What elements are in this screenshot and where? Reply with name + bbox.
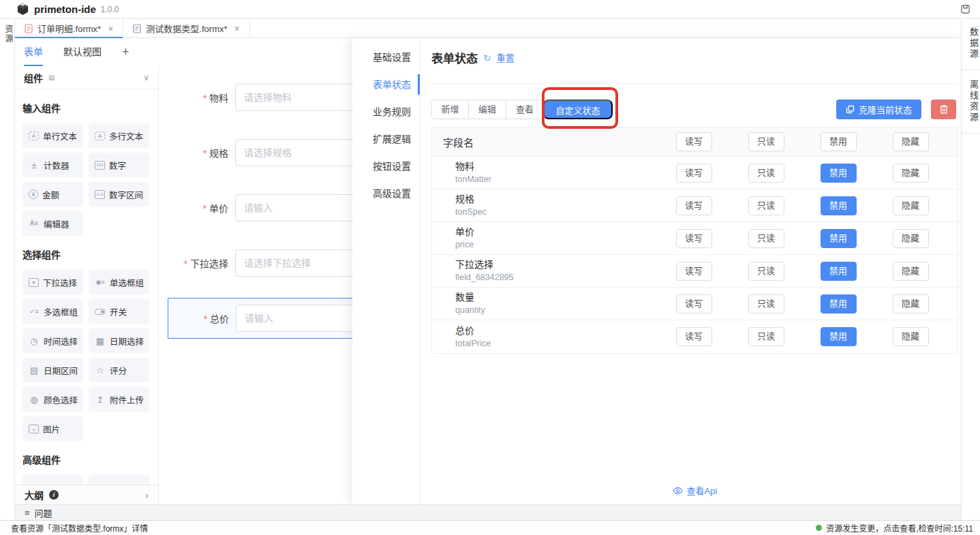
- settings-nav-advanced[interactable]: 高级设置: [352, 180, 420, 207]
- column-set-disabled-button[interactable]: 禁用: [821, 132, 857, 151]
- component-tile-number-range[interactable]: 1~3数字区间: [89, 182, 149, 207]
- column-set-hidden-button[interactable]: 隐藏: [893, 132, 929, 151]
- state-hidden-button[interactable]: 隐藏: [893, 327, 929, 346]
- chevron-down-icon[interactable]: ∨: [143, 73, 149, 82]
- state-hidden-button[interactable]: 隐藏: [893, 294, 929, 314]
- editor-tab-order-detail[interactable]: 订单明细.formx* ×: [15, 19, 123, 37]
- multi-line-text-icon: A: [95, 132, 105, 140]
- save-icon[interactable]: [960, 4, 970, 14]
- form-canvas: 物料 规格 单价 下拉选择 总价: [159, 66, 352, 504]
- component-tile-checkbox-group[interactable]: ✓≡多选框组: [22, 299, 83, 324]
- state-readonly-button[interactable]: 只读: [748, 229, 784, 248]
- state-readonly-button[interactable]: 只读: [748, 164, 784, 183]
- settings-nav-basic[interactable]: 基础设置: [352, 44, 420, 71]
- date-range-icon: ▤: [29, 366, 40, 375]
- settings-nav-button-settings[interactable]: 按钮设置: [352, 153, 420, 180]
- component-tile-number[interactable]: 123数字: [89, 153, 149, 177]
- view-api-link[interactable]: 查看Api: [431, 484, 958, 497]
- settings-nav-form-state[interactable]: 表单状态: [352, 71, 420, 98]
- state-disabled-button[interactable]: 禁用: [821, 164, 857, 183]
- dropdown-select-input[interactable]: [235, 249, 352, 277]
- table-row: 单价price 读写 只读 禁用 隐藏: [432, 222, 958, 255]
- state-readwrite-button[interactable]: 读写: [676, 164, 712, 183]
- grid-view-icon[interactable]: ▤: [48, 74, 55, 81]
- state-hidden-button[interactable]: 隐藏: [893, 229, 929, 248]
- component-tile-radio-group[interactable]: ◉≡单选框组: [89, 270, 149, 294]
- view-tab-default-view[interactable]: 默认视图: [63, 38, 102, 66]
- editor-tab-test-datatype[interactable]: 测试数据类型.formx* ×: [123, 19, 249, 37]
- canvas-field-spec[interactable]: 规格: [159, 139, 352, 166]
- price-input[interactable]: [235, 194, 352, 221]
- reset-link[interactable]: 重置: [497, 51, 515, 64]
- component-tile-currency[interactable]: ¥金额: [22, 182, 83, 207]
- canvas-field-dropdown[interactable]: 下拉选择: [159, 249, 352, 277]
- selected-field-total-price[interactable]: 总价: [168, 298, 352, 339]
- component-tile-upload[interactable]: ↥附件上传: [89, 387, 149, 412]
- state-readonly-button[interactable]: 只读: [748, 294, 784, 314]
- state-hidden-button[interactable]: 隐藏: [893, 196, 929, 215]
- component-tile-partial[interactable]: [22, 475, 83, 485]
- settings-nav-extension-logic[interactable]: 扩展逻辑: [352, 125, 420, 153]
- state-readwrite-button[interactable]: 读写: [676, 196, 712, 215]
- component-tile-multi-line-text[interactable]: A多行文本: [89, 123, 149, 148]
- column-set-readwrite-button[interactable]: 读写: [676, 132, 712, 151]
- component-tile-time-picker[interactable]: ◷时间选择: [22, 328, 83, 353]
- view-tab-form[interactable]: 表单: [24, 38, 43, 66]
- rail-tab-offline-resources[interactable]: 离线资源: [962, 70, 980, 134]
- component-tile-partial[interactable]: [89, 475, 149, 485]
- state-tab-view[interactable]: 查看: [506, 100, 544, 119]
- total-price-input[interactable]: [236, 305, 352, 332]
- currency-icon: ¥: [29, 189, 38, 199]
- state-readonly-button[interactable]: 只读: [748, 262, 784, 281]
- status-resource-changed[interactable]: 资源发生变更，点击查看,检查时间:15:11: [816, 522, 973, 534]
- component-tile-switch[interactable]: 开关: [89, 299, 149, 324]
- field-label: 规格: [159, 146, 235, 159]
- state-hidden-button[interactable]: 隐藏: [893, 164, 929, 183]
- state-disabled-button[interactable]: 禁用: [821, 196, 857, 215]
- state-tab-custom[interactable]: 自定义状态: [543, 100, 613, 119]
- state-hidden-button[interactable]: 隐藏: [893, 262, 929, 281]
- state-disabled-button[interactable]: 禁用: [821, 294, 857, 314]
- settings-nav-business-rules[interactable]: 业务规则: [352, 98, 420, 125]
- clone-current-state-button[interactable]: 克隆当前状态: [836, 100, 921, 119]
- delete-state-button[interactable]: [931, 100, 956, 119]
- component-tile-date-picker[interactable]: ▦日期选择: [89, 328, 149, 353]
- panel-title: 表单状态: [431, 49, 478, 66]
- close-icon[interactable]: ×: [108, 23, 113, 34]
- canvas-field-material[interactable]: 物料: [159, 84, 352, 111]
- component-tile-rich-editor[interactable]: A≡编辑器: [22, 211, 83, 236]
- state-disabled-button[interactable]: 禁用: [821, 262, 857, 281]
- rail-tab-resources[interactable]: 资源: [0, 25, 14, 44]
- state-readwrite-button[interactable]: 读写: [676, 229, 712, 248]
- problems-bar[interactable]: ≡ 问题: [15, 504, 961, 520]
- settings-nav: 基础设置 表单状态 业务规则 扩展逻辑 按钮设置 高级设置: [352, 38, 420, 504]
- state-readwrite-button[interactable]: 读写: [676, 294, 712, 314]
- state-tab-edit[interactable]: 编辑: [469, 100, 506, 119]
- component-tile-date-range[interactable]: ▤日期区间: [22, 358, 83, 382]
- canvas-field-total-price[interactable]: 总价: [168, 305, 352, 332]
- state-disabled-button[interactable]: 禁用: [821, 327, 857, 346]
- column-set-readonly-button[interactable]: 只读: [748, 132, 784, 151]
- component-tile-color-picker[interactable]: ◍颜色选择: [22, 387, 83, 412]
- spec-select-input[interactable]: [235, 139, 352, 166]
- close-icon[interactable]: ×: [234, 23, 240, 34]
- app-version: 1.0.0: [101, 5, 119, 14]
- component-tile-single-line-text[interactable]: A单行文本: [22, 123, 83, 148]
- component-tile-image[interactable]: ▵图片: [22, 416, 83, 441]
- component-tile-rating[interactable]: ☆评分: [89, 358, 149, 382]
- state-tab-add[interactable]: 新增: [431, 100, 469, 119]
- state-readwrite-button[interactable]: 读写: [676, 262, 712, 281]
- rich-editor-icon: A≡: [29, 220, 40, 227]
- state-readonly-button[interactable]: 只读: [748, 196, 784, 215]
- component-tile-counter[interactable]: ±计数器: [22, 153, 83, 177]
- state-readwrite-button[interactable]: 读写: [676, 327, 712, 346]
- state-disabled-button[interactable]: 禁用: [821, 229, 857, 248]
- rail-tab-datasource[interactable]: 数据源: [962, 19, 980, 70]
- canvas-field-price[interactable]: 单价: [159, 194, 352, 221]
- add-view-button[interactable]: +: [122, 38, 129, 66]
- outline-toggle[interactable]: 大纲 i ›: [15, 485, 159, 504]
- material-select-input[interactable]: [235, 84, 352, 111]
- state-readonly-button[interactable]: 只读: [748, 327, 784, 346]
- component-tile-dropdown[interactable]: ▾下拉选择: [22, 270, 83, 294]
- status-resource-detail[interactable]: 查看资源「测试数据类型.formx」详情: [11, 522, 148, 534]
